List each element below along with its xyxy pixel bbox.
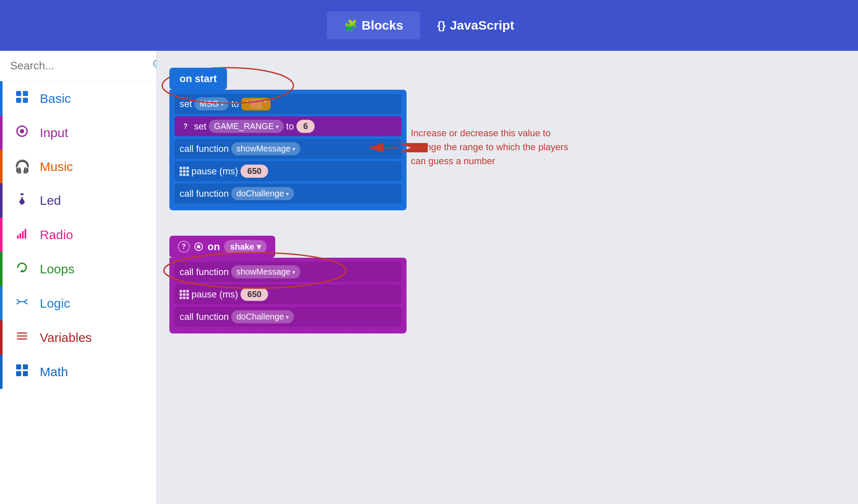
call-show-message-row[interactable]: call function showMessage ▾: [174, 139, 401, 159]
annotation: Increase or decrease this value to chang…: [411, 126, 572, 168]
shake-question-badge: ?: [178, 241, 190, 253]
do-challenge-fn-pill[interactable]: doChallenge ▾: [231, 187, 293, 200]
input-icon: [14, 125, 30, 140]
svg-rect-7: [19, 202, 25, 203]
pause-row[interactable]: pause (ms) 650: [174, 161, 401, 181]
shake-do-challenge-pill[interactable]: doChallenge ▾: [231, 310, 293, 323]
shake-call-show-row[interactable]: call function showMessage ▾: [174, 262, 401, 282]
svg-rect-8: [20, 203, 24, 204]
on-shake-header[interactable]: ? on shake ▾: [169, 236, 275, 258]
show-message-fn-pill[interactable]: showMessage ▾: [231, 142, 300, 155]
shake-grid-icon: [180, 290, 189, 299]
game-range-value[interactable]: 6: [296, 120, 315, 133]
shake-show-message-pill[interactable]: showMessage ▾: [231, 265, 300, 278]
blocks-area: on start set MSG ▾ to " ": [169, 68, 407, 359]
string-value[interactable]: " ": [241, 98, 271, 110]
question-badge: ?: [180, 121, 191, 132]
svg-rect-11: [22, 231, 24, 239]
game-range-dropdown: ▾: [276, 123, 279, 130]
pause-value[interactable]: 650: [241, 165, 268, 178]
set-game-range-row[interactable]: ? set GAME_RANGE ▾ to 6: [174, 116, 401, 136]
svg-point-23: [197, 245, 200, 248]
radio-icon: [14, 227, 30, 242]
on-shake-body: call function showMessage ▾ pa: [169, 258, 407, 333]
shake-show-dropdown: ▾: [292, 269, 295, 275]
svg-rect-0: [16, 91, 21, 96]
on-start-block-group: on start set MSG ▾ to " ": [169, 68, 407, 210]
sidebar-item-led[interactable]: Led: [0, 183, 156, 218]
svg-rect-9: [17, 235, 19, 239]
app-header: 🧩 Blocks {} JavaScript: [0, 0, 858, 51]
svg-rect-20: [16, 371, 21, 376]
sidebar-items: Basic Input 🎧 Music Led: [0, 81, 156, 504]
do-challenge-dropdown: ▾: [286, 190, 289, 197]
sidebar-item-music[interactable]: 🎧 Music: [0, 150, 156, 183]
on-start-header[interactable]: on start: [169, 68, 227, 90]
logic-icon: [14, 295, 30, 311]
svg-rect-6: [20, 193, 24, 195]
svg-rect-3: [23, 98, 28, 103]
svg-point-5: [20, 129, 24, 133]
tab-javascript[interactable]: {} JavaScript: [420, 11, 531, 39]
loops-icon: [14, 261, 30, 277]
sidebar-item-math[interactable]: Math: [0, 355, 156, 389]
annotation-text: Increase or decrease this value to chang…: [411, 126, 572, 168]
shake-pause-row[interactable]: pause (ms) 650: [174, 284, 401, 304]
sidebar: 🔍 Basic Input 🎧 Music: [0, 51, 157, 504]
msg-dropdown-arrow: ▾: [221, 101, 224, 107]
sidebar-item-variables[interactable]: Variables: [0, 320, 156, 355]
shake-pause-value[interactable]: 650: [241, 288, 268, 301]
svg-rect-21: [23, 371, 28, 376]
on-shake-block-group: ? on shake ▾ call function showMessage ▾: [169, 236, 407, 333]
blocks-icon: 🧩: [344, 19, 357, 32]
svg-rect-10: [19, 233, 21, 239]
shake-pill[interactable]: shake ▾: [224, 240, 267, 253]
basic-icon: [14, 91, 30, 106]
svg-rect-19: [23, 364, 28, 369]
set-msg-row[interactable]: set MSG ▾ to " ": [174, 94, 401, 114]
on-start-body: set MSG ▾ to " " ?: [169, 90, 407, 210]
shake-do-challenge-row[interactable]: call function doChallenge ▾: [174, 307, 401, 327]
js-icon: {}: [437, 19, 446, 32]
grid-icon: [180, 167, 189, 176]
shake-input-icon: [194, 242, 203, 251]
msg-var-pill[interactable]: MSG ▾: [194, 97, 229, 110]
game-range-pill[interactable]: GAME_RANGE ▾: [209, 120, 283, 133]
sidebar-item-basic[interactable]: Basic: [0, 81, 156, 116]
search-bar: 🔍: [0, 51, 156, 81]
sidebar-item-input[interactable]: Input: [0, 116, 156, 150]
svg-rect-12: [25, 229, 26, 239]
math-icon: [14, 364, 30, 380]
led-icon: [14, 193, 30, 208]
tab-blocks[interactable]: 🧩 Blocks: [327, 11, 420, 39]
sidebar-item-loops[interactable]: Loops: [0, 252, 156, 286]
sidebar-item-logic[interactable]: Logic: [0, 286, 156, 320]
string-box: [250, 99, 262, 109]
main-layout: 🔍 Basic Input 🎧 Music: [0, 51, 858, 504]
music-icon: 🎧: [14, 159, 30, 174]
svg-rect-2: [16, 98, 21, 103]
shake-challenge-dropdown: ▾: [286, 314, 289, 320]
svg-rect-1: [23, 91, 28, 96]
canvas-area: on start set MSG ▾ to " ": [157, 51, 858, 504]
variables-icon: [14, 330, 30, 345]
svg-rect-18: [16, 364, 21, 369]
sidebar-item-radio[interactable]: Radio: [0, 218, 156, 252]
call-do-challenge-row[interactable]: call function doChallenge ▾: [174, 184, 401, 204]
show-message-dropdown: ▾: [292, 146, 295, 152]
search-input[interactable]: [10, 59, 148, 72]
